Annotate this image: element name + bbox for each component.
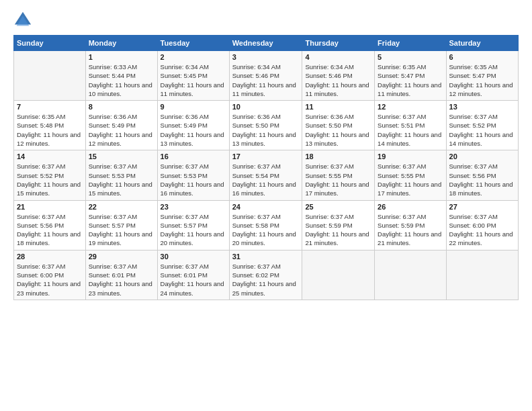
day-number: 1 — [89, 53, 154, 61]
day-number: 8 — [89, 103, 154, 111]
day-number: 10 — [232, 103, 300, 111]
day-number: 16 — [161, 152, 226, 161]
day-info: Sunrise: 6:35 AMSunset: 5:47 PMDaylight:… — [449, 62, 515, 98]
calendar-cell: 25Sunrise: 6:37 AMSunset: 5:59 PMDayligh… — [302, 200, 375, 250]
day-number: 28 — [17, 253, 83, 261]
day-info: Sunrise: 6:37 AMSunset: 5:51 PMDaylight:… — [378, 112, 443, 148]
calendar-week-row: 7Sunrise: 6:35 AMSunset: 5:48 PMDaylight… — [14, 101, 519, 150]
day-info: Sunrise: 6:37 AMSunset: 5:55 PMDaylight:… — [378, 162, 443, 197]
day-info: Sunrise: 6:36 AMSunset: 5:49 PMDaylight:… — [161, 112, 226, 148]
calendar-header-monday: Monday — [85, 36, 157, 51]
calendar-cell: 19Sunrise: 6:37 AMSunset: 5:55 PMDayligh… — [375, 150, 446, 200]
calendar-cell: 12Sunrise: 6:37 AMSunset: 5:51 PMDayligh… — [375, 101, 446, 150]
day-number: 7 — [17, 103, 83, 111]
calendar-cell: 13Sunrise: 6:37 AMSunset: 5:52 PMDayligh… — [446, 101, 518, 150]
day-info: Sunrise: 6:35 AMSunset: 5:47 PMDaylight:… — [378, 62, 443, 98]
day-info: Sunrise: 6:37 AMSunset: 5:52 PMDaylight:… — [17, 162, 83, 197]
calendar-cell: 26Sunrise: 6:37 AMSunset: 5:59 PMDayligh… — [375, 200, 446, 250]
day-number: 20 — [449, 152, 515, 161]
day-number: 2 — [161, 53, 226, 61]
calendar-cell: 23Sunrise: 6:37 AMSunset: 5:57 PMDayligh… — [157, 200, 229, 250]
calendar-cell — [446, 250, 518, 300]
day-info: Sunrise: 6:37 AMSunset: 6:01 PMDaylight:… — [89, 262, 154, 298]
calendar-cell: 4Sunrise: 6:34 AMSunset: 5:46 PMDaylight… — [302, 51, 375, 101]
calendar-header-row: SundayMondayTuesdayWednesdayThursdayFrid… — [14, 36, 519, 51]
day-number: 3 — [232, 53, 300, 61]
day-number: 5 — [378, 53, 443, 61]
calendar-cell: 2Sunrise: 6:34 AMSunset: 5:45 PMDaylight… — [157, 51, 229, 101]
day-info: Sunrise: 6:36 AMSunset: 5:49 PMDaylight:… — [89, 112, 154, 148]
calendar-cell: 5Sunrise: 6:35 AMSunset: 5:47 PMDaylight… — [375, 51, 446, 101]
calendar-cell: 7Sunrise: 6:35 AMSunset: 5:48 PMDaylight… — [14, 101, 86, 150]
day-info: Sunrise: 6:37 AMSunset: 5:56 PMDaylight:… — [17, 212, 83, 248]
day-info: Sunrise: 6:37 AMSunset: 5:52 PMDaylight:… — [449, 112, 515, 148]
calendar-cell: 15Sunrise: 6:37 AMSunset: 5:53 PMDayligh… — [85, 150, 157, 200]
calendar-cell: 29Sunrise: 6:37 AMSunset: 6:01 PMDayligh… — [85, 250, 157, 300]
calendar-cell: 16Sunrise: 6:37 AMSunset: 5:53 PMDayligh… — [157, 150, 229, 200]
calendar-cell — [375, 250, 446, 300]
day-number: 31 — [232, 253, 300, 261]
day-info: Sunrise: 6:37 AMSunset: 5:54 PMDaylight:… — [232, 162, 300, 197]
calendar-cell: 6Sunrise: 6:35 AMSunset: 5:47 PMDaylight… — [446, 51, 518, 101]
calendar-week-row: 28Sunrise: 6:37 AMSunset: 6:00 PMDayligh… — [14, 250, 519, 300]
day-number: 30 — [161, 253, 226, 261]
day-number: 17 — [232, 152, 300, 161]
day-number: 27 — [449, 203, 515, 211]
calendar-cell: 20Sunrise: 6:37 AMSunset: 5:56 PMDayligh… — [446, 150, 518, 200]
day-info: Sunrise: 6:37 AMSunset: 5:58 PMDaylight:… — [232, 212, 300, 248]
day-info: Sunrise: 6:37 AMSunset: 5:55 PMDaylight:… — [305, 162, 371, 197]
day-info: Sunrise: 6:37 AMSunset: 6:00 PMDaylight:… — [17, 262, 83, 298]
calendar-cell: 9Sunrise: 6:36 AMSunset: 5:49 PMDaylight… — [157, 101, 229, 150]
calendar-week-row: 1Sunrise: 6:33 AMSunset: 5:44 PMDaylight… — [14, 51, 519, 101]
day-info: Sunrise: 6:37 AMSunset: 5:57 PMDaylight:… — [89, 212, 154, 248]
calendar-cell: 18Sunrise: 6:37 AMSunset: 5:55 PMDayligh… — [302, 150, 375, 200]
day-info: Sunrise: 6:34 AMSunset: 5:46 PMDaylight:… — [232, 62, 300, 98]
calendar-header-tuesday: Tuesday — [157, 36, 229, 51]
day-number: 22 — [89, 203, 154, 211]
calendar-table: SundayMondayTuesdayWednesdayThursdayFrid… — [13, 35, 519, 300]
day-number: 26 — [378, 203, 443, 211]
calendar-cell: 17Sunrise: 6:37 AMSunset: 5:54 PMDayligh… — [229, 150, 302, 200]
day-number: 18 — [305, 152, 371, 161]
day-info: Sunrise: 6:33 AMSunset: 5:44 PMDaylight:… — [89, 62, 154, 98]
calendar-cell: 14Sunrise: 6:37 AMSunset: 5:52 PMDayligh… — [14, 150, 86, 200]
day-info: Sunrise: 6:36 AMSunset: 5:50 PMDaylight:… — [305, 112, 371, 148]
calendar-cell: 21Sunrise: 6:37 AMSunset: 5:56 PMDayligh… — [14, 200, 86, 250]
day-info: Sunrise: 6:37 AMSunset: 5:57 PMDaylight:… — [161, 212, 226, 248]
calendar-header-thursday: Thursday — [302, 36, 375, 51]
day-info: Sunrise: 6:37 AMSunset: 6:01 PMDaylight:… — [161, 262, 226, 298]
calendar-week-row: 21Sunrise: 6:37 AMSunset: 5:56 PMDayligh… — [14, 200, 519, 250]
day-number: 4 — [305, 53, 371, 61]
day-number: 21 — [17, 203, 83, 211]
calendar-cell: 28Sunrise: 6:37 AMSunset: 6:00 PMDayligh… — [14, 250, 86, 300]
logo-icon — [13, 11, 32, 30]
day-info: Sunrise: 6:37 AMSunset: 6:02 PMDaylight:… — [232, 262, 300, 298]
calendar-header-sunday: Sunday — [14, 36, 86, 51]
day-info: Sunrise: 6:37 AMSunset: 5:56 PMDaylight:… — [449, 162, 515, 197]
day-number: 11 — [305, 103, 371, 111]
day-info: Sunrise: 6:34 AMSunset: 5:46 PMDaylight:… — [305, 62, 371, 98]
day-info: Sunrise: 6:34 AMSunset: 5:45 PMDaylight:… — [161, 62, 226, 98]
calendar-cell: 1Sunrise: 6:33 AMSunset: 5:44 PMDaylight… — [85, 51, 157, 101]
day-number: 9 — [161, 103, 226, 111]
page: SundayMondayTuesdayWednesdayThursdayFrid… — [0, 0, 532, 411]
day-number: 24 — [232, 203, 300, 211]
day-info: Sunrise: 6:37 AMSunset: 6:00 PMDaylight:… — [449, 212, 515, 248]
calendar-header-wednesday: Wednesday — [229, 36, 302, 51]
calendar-cell — [302, 250, 375, 300]
day-number: 14 — [17, 152, 83, 161]
header — [13, 11, 519, 30]
calendar-cell: 30Sunrise: 6:37 AMSunset: 6:01 PMDayligh… — [157, 250, 229, 300]
calendar-cell: 11Sunrise: 6:36 AMSunset: 5:50 PMDayligh… — [302, 101, 375, 150]
calendar-cell: 31Sunrise: 6:37 AMSunset: 6:02 PMDayligh… — [229, 250, 302, 300]
day-number: 13 — [449, 103, 515, 111]
calendar-cell: 8Sunrise: 6:36 AMSunset: 5:49 PMDaylight… — [85, 101, 157, 150]
day-info: Sunrise: 6:37 AMSunset: 5:53 PMDaylight:… — [89, 162, 154, 197]
logo — [13, 11, 35, 30]
day-number: 15 — [89, 152, 154, 161]
calendar-cell: 3Sunrise: 6:34 AMSunset: 5:46 PMDaylight… — [229, 51, 302, 101]
day-info: Sunrise: 6:37 AMSunset: 5:59 PMDaylight:… — [378, 212, 443, 248]
day-info: Sunrise: 6:37 AMSunset: 5:59 PMDaylight:… — [305, 212, 371, 248]
day-number: 23 — [161, 203, 226, 211]
day-info: Sunrise: 6:37 AMSunset: 5:53 PMDaylight:… — [161, 162, 226, 197]
